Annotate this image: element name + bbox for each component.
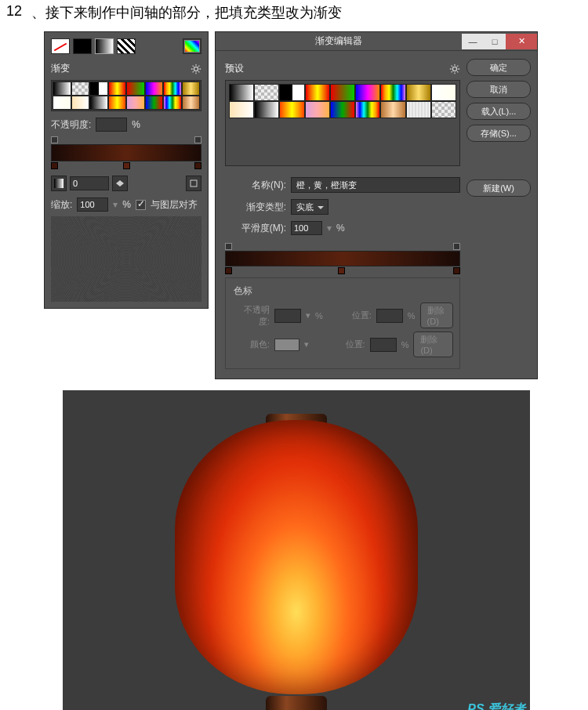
texture-preview (51, 216, 201, 302)
preset-swatch[interactable] (229, 84, 254, 101)
color-stop[interactable] (194, 162, 201, 169)
stop-color-label: 颜色: (234, 339, 270, 350)
scale-unit: % (122, 199, 131, 210)
gradient-type-linear-button[interactable] (51, 176, 67, 191)
ok-button[interactable]: 确定 (466, 59, 531, 76)
watermark-line1: PS 爱好者 (467, 701, 525, 710)
color-stop[interactable] (123, 162, 130, 169)
delete-opacity-stop-button[interactable]: 删除(D) (420, 302, 453, 328)
color-stop[interactable] (225, 267, 232, 274)
lantern-body (175, 420, 418, 694)
load-button[interactable]: 载入(L)... (466, 103, 531, 120)
opacity-stop[interactable] (194, 136, 201, 143)
preset-swatch[interactable] (330, 84, 355, 101)
color-stop[interactable] (51, 162, 58, 169)
fill-none-button[interactable] (51, 38, 70, 54)
name-label: 名称(N): (225, 179, 286, 192)
svg-point-3 (452, 67, 456, 71)
preset-swatch[interactable] (229, 101, 254, 118)
delete-color-stop-button[interactable]: 删除(D) (413, 331, 453, 357)
gear-icon[interactable] (191, 63, 201, 74)
swatch[interactable] (53, 96, 71, 110)
presets-box (225, 80, 460, 166)
swatch[interactable] (126, 96, 145, 110)
swatch[interactable] (108, 82, 127, 96)
maximize-button[interactable]: □ (484, 34, 506, 49)
swatch[interactable] (108, 96, 127, 110)
stop-color-position-input[interactable] (370, 338, 397, 352)
angle-input[interactable] (70, 176, 109, 190)
swatch[interactable] (145, 82, 164, 96)
preset-swatch[interactable] (305, 101, 330, 118)
swatch[interactable] (71, 96, 90, 110)
preset-swatch[interactable] (355, 84, 380, 101)
preset-swatch[interactable] (380, 84, 405, 101)
opacity-stop[interactable] (51, 136, 58, 143)
stops-title: 色标 (234, 284, 453, 298)
gradient-editor-bar[interactable] (225, 251, 460, 266)
opacity-label: 不透明度: (51, 118, 91, 132)
swatch[interactable] (163, 82, 182, 96)
cancel-button[interactable]: 取消 (466, 81, 531, 98)
preset-swatch[interactable] (380, 101, 405, 118)
swatch[interactable] (71, 82, 90, 96)
color-stop[interactable] (453, 267, 460, 274)
scale-input[interactable] (77, 197, 108, 212)
fill-solid-button[interactable] (73, 38, 92, 54)
color-picker-button[interactable] (183, 38, 201, 54)
preset-swatch[interactable] (254, 101, 279, 118)
preset-swatch[interactable] (305, 84, 330, 101)
align-layer-checkbox[interactable] (136, 200, 146, 210)
swatch[interactable] (89, 82, 108, 96)
stop-color-well[interactable] (274, 339, 299, 351)
gradient-type-label: 渐变类型: (225, 201, 286, 214)
gradient-section-label: 渐变 (51, 62, 70, 75)
swatch[interactable] (145, 96, 164, 110)
preset-swatch[interactable] (355, 101, 380, 118)
stop-position-input[interactable] (376, 309, 403, 323)
scale-label: 缩放: (51, 198, 72, 212)
step-number: 12 (6, 3, 22, 20)
save-button[interactable]: 存储(S)... (466, 125, 531, 142)
svg-rect-1 (54, 179, 64, 188)
gradient-name-input[interactable] (291, 177, 460, 193)
preset-swatch[interactable] (330, 101, 355, 118)
step-description: 、接下来制作中间轴的部分，把填充类型改为渐变 (31, 5, 342, 20)
smoothness-label: 平滑度(M): (225, 222, 286, 235)
opacity-unit: % (132, 119, 140, 130)
fill-pattern-button[interactable] (117, 38, 136, 54)
swatch[interactable] (89, 96, 108, 110)
preset-swatch[interactable] (431, 84, 456, 101)
new-button[interactable]: 新建(W) (466, 179, 531, 197)
stop-opacity-input[interactable] (274, 309, 301, 323)
svg-point-0 (194, 67, 198, 71)
stop-opacity-unit: % (315, 311, 323, 321)
smoothness-input[interactable] (291, 221, 322, 235)
preset-swatch[interactable] (431, 101, 456, 118)
preset-swatch[interactable] (254, 84, 279, 101)
swatch[interactable] (53, 82, 71, 96)
gradient-preview-bar[interactable] (51, 144, 201, 161)
swatch[interactable] (182, 82, 201, 96)
opacity-input[interactable] (96, 118, 127, 132)
smoothness-unit: % (336, 223, 345, 234)
gear-icon[interactable] (449, 63, 460, 74)
gradient-fill-panel: 渐变 不透明度: % (44, 31, 209, 309)
swatch[interactable] (126, 82, 145, 96)
snap-button[interactable] (186, 176, 201, 191)
preset-swatch[interactable] (279, 101, 304, 118)
preset-swatch[interactable] (406, 84, 431, 101)
fill-gradient-button[interactable] (95, 38, 114, 54)
preset-swatch[interactable] (406, 101, 431, 118)
opacity-stop[interactable] (453, 243, 460, 250)
gradient-type-select[interactable]: 实底 (291, 199, 328, 215)
color-stop[interactable] (338, 267, 345, 274)
presets-label: 预设 (225, 62, 244, 75)
close-button[interactable]: ✕ (506, 34, 537, 49)
swatch[interactable] (163, 96, 182, 110)
opacity-stop[interactable] (225, 243, 232, 250)
minimize-button[interactable]: — (462, 34, 484, 49)
preset-swatch[interactable] (279, 84, 304, 101)
swatch[interactable] (182, 96, 201, 110)
reverse-button[interactable] (112, 176, 128, 191)
